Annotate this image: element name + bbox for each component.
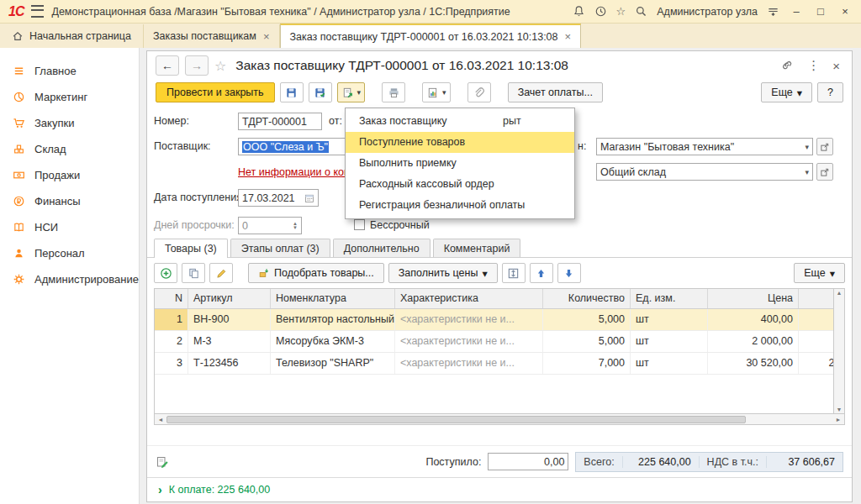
expand-table-button[interactable] bbox=[502, 263, 526, 283]
header-n[interactable]: N bbox=[155, 289, 188, 308]
attachments-button[interactable] bbox=[467, 82, 491, 102]
cell-nomenclature[interactable]: Вентилятор настольный bbox=[271, 309, 395, 330]
header-nomenclature[interactable]: Номенклатура bbox=[271, 289, 395, 308]
save-button[interactable] bbox=[280, 82, 304, 102]
print-button[interactable] bbox=[382, 82, 405, 102]
cell-unit[interactable]: шт bbox=[631, 331, 708, 352]
horizontal-scrollbar[interactable]: ◄ ► bbox=[154, 414, 845, 425]
current-user-button[interactable]: Администратор узла bbox=[657, 6, 758, 18]
cell-nomenclature[interactable]: Мясорубка ЭКМ-3 bbox=[271, 331, 395, 352]
menu-item-cashless-payment[interactable]: Регистрация безналичной оплаты bbox=[346, 195, 574, 216]
tab-close-icon[interactable]: × bbox=[263, 30, 270, 43]
cell-n[interactable]: 1 bbox=[155, 309, 188, 330]
table-row[interactable]: 3 Т-123456 Телевизор "SHARP" <характерис… bbox=[155, 353, 834, 375]
cell-article[interactable]: М-3 bbox=[188, 331, 271, 352]
tab-goods[interactable]: Товары (3) bbox=[154, 239, 228, 258]
cell-price[interactable]: 400,00 bbox=[708, 309, 799, 330]
menu-item-supplier-order[interactable]: Заказ поставщику bbox=[346, 111, 574, 132]
help-button[interactable]: ? bbox=[817, 82, 843, 102]
scrollbar-thumb[interactable] bbox=[166, 416, 746, 423]
sidebar-item-main[interactable]: Главное bbox=[0, 58, 139, 84]
sidebar-item-finance[interactable]: Финансы bbox=[0, 188, 139, 214]
main-menu-icon[interactable] bbox=[31, 5, 44, 18]
scroll-left-icon[interactable]: ◄ bbox=[155, 417, 166, 423]
header-total[interactable]: Всего bbox=[799, 289, 834, 308]
no-contact-info-link[interactable]: Нет информации о кон bbox=[238, 166, 350, 178]
menu-item-cash-order[interactable]: Расходный кассовый ордер bbox=[346, 174, 574, 195]
more-menu-icon[interactable]: ⋮ bbox=[804, 58, 823, 73]
cell-characteristic[interactable]: <характеристики не и... bbox=[395, 331, 543, 352]
sidebar-item-marketing[interactable]: Маркетинг bbox=[0, 84, 139, 110]
vertical-scrollbar[interactable]: ▲ ▼ bbox=[834, 288, 845, 414]
forward-button[interactable]: → bbox=[185, 55, 209, 76]
cell-characteristic[interactable]: <характеристики не и... bbox=[395, 309, 543, 330]
maximize-button[interactable]: □ bbox=[813, 5, 828, 18]
table-row[interactable]: 2 М-3 Мясорубка ЭКМ-3 <характеристики не… bbox=[155, 331, 834, 353]
header-unit[interactable]: Ед. изм. bbox=[631, 289, 708, 308]
history-icon[interactable] bbox=[594, 5, 607, 18]
table-row[interactable]: 1 ВН-900 Вентилятор настольный <характер… bbox=[155, 309, 834, 331]
sidebar-item-sales[interactable]: Продажи bbox=[0, 162, 139, 188]
tab-close-icon[interactable]: × bbox=[565, 30, 572, 43]
cell-quantity[interactable]: 5,000 bbox=[543, 309, 631, 330]
sidebar-item-nsi[interactable]: НСИ bbox=[0, 214, 139, 240]
cell-characteristic[interactable]: <характеристики не и... bbox=[395, 353, 543, 374]
close-window-button[interactable]: × bbox=[837, 5, 853, 18]
cell-article[interactable]: ВН-900 bbox=[188, 309, 271, 330]
receipt-date-field[interactable]: 17.03.2021 bbox=[238, 189, 319, 207]
cell-quantity[interactable]: 7,000 bbox=[543, 353, 631, 374]
tab-payment-stages[interactable]: Этапы оплат (3) bbox=[230, 239, 330, 257]
notifications-icon[interactable] bbox=[573, 5, 585, 18]
minimize-button[interactable]: – bbox=[789, 5, 804, 18]
number-field[interactable]: ТДРТ-000001 bbox=[238, 113, 322, 130]
cell-total[interactable]: 213 640,00 bbox=[799, 353, 834, 374]
more-button[interactable]: Еще ▾ bbox=[761, 82, 812, 102]
tab-comment[interactable]: Комментарий bbox=[433, 239, 521, 257]
back-button[interactable]: ← bbox=[156, 55, 179, 76]
pick-goods-button[interactable]: Подобрать товары... bbox=[248, 263, 384, 283]
cell-total[interactable]: 10 000,00 bbox=[799, 331, 834, 352]
tab-supplier-order-document[interactable]: Заказ поставщику ТДРТ-000001 от 16.03.20… bbox=[280, 24, 582, 49]
menu-item-perform-acceptance[interactable]: Выполнить приемку bbox=[346, 153, 574, 174]
store-field[interactable]: Магазин "Бытовая техника" ▾ bbox=[596, 138, 813, 155]
scroll-up-icon[interactable]: ▲ bbox=[837, 290, 843, 296]
to-pay-link[interactable]: К оплате: 225 640,00 bbox=[169, 484, 271, 496]
reports-dropdown-button[interactable]: ▾ bbox=[422, 82, 451, 102]
spinner-icon[interactable]: ▲▼ bbox=[290, 222, 298, 230]
cell-unit[interactable]: шт bbox=[631, 309, 708, 330]
move-up-button[interactable] bbox=[530, 263, 553, 283]
tab-additional[interactable]: Дополнительно bbox=[333, 239, 430, 257]
header-article[interactable]: Артикул bbox=[188, 289, 271, 308]
sidebar-item-warehouse[interactable]: Склад bbox=[0, 136, 139, 162]
create-based-on-button[interactable]: ▾ bbox=[337, 82, 366, 102]
sidebar-item-personnel[interactable]: Персонал bbox=[0, 240, 139, 266]
post-and-close-button[interactable]: Провести и закрыть bbox=[156, 82, 275, 102]
add-row-button[interactable] bbox=[154, 263, 177, 283]
menu-item-goods-receipt[interactable]: Поступление товаров bbox=[346, 132, 574, 153]
overdue-days-field[interactable]: 0 ▲▼ bbox=[238, 217, 302, 234]
offset-payment-button[interactable]: Зачет оплаты... bbox=[508, 82, 603, 102]
open-store-button[interactable] bbox=[816, 138, 833, 155]
cell-article[interactable]: Т-123456 bbox=[188, 353, 271, 374]
header-quantity[interactable]: Количество bbox=[543, 289, 631, 308]
header-price[interactable]: Цена bbox=[708, 289, 799, 308]
open-warehouse-button[interactable] bbox=[816, 163, 833, 181]
comment-icon[interactable] bbox=[156, 455, 169, 469]
tab-supplier-orders[interactable]: Заказы поставщикам × bbox=[144, 24, 280, 48]
sidebar-item-purchases[interactable]: Закупки bbox=[0, 110, 139, 136]
cell-total[interactable]: 2 000,00 bbox=[799, 309, 834, 330]
post-button[interactable] bbox=[309, 82, 332, 102]
received-field[interactable]: 0,00 bbox=[488, 453, 568, 470]
table-more-button[interactable]: Еще ▾ bbox=[794, 263, 845, 283]
search-icon[interactable] bbox=[635, 5, 647, 18]
fill-prices-button[interactable]: Заполнить цены ▾ bbox=[388, 263, 498, 283]
cell-n[interactable]: 3 bbox=[155, 353, 188, 374]
favorite-star-icon[interactable]: ☆ bbox=[214, 58, 226, 74]
warehouse-field[interactable]: Общий склад ▾ bbox=[596, 163, 813, 181]
cell-quantity[interactable]: 5,000 bbox=[543, 331, 631, 352]
caret-down-icon[interactable]: ▾ bbox=[801, 143, 809, 151]
cell-price[interactable]: 2 000,00 bbox=[708, 331, 799, 352]
copy-row-button[interactable] bbox=[182, 263, 205, 283]
scroll-right-icon[interactable]: ► bbox=[832, 417, 844, 423]
sidebar-item-administration[interactable]: Администрирование bbox=[0, 266, 139, 292]
